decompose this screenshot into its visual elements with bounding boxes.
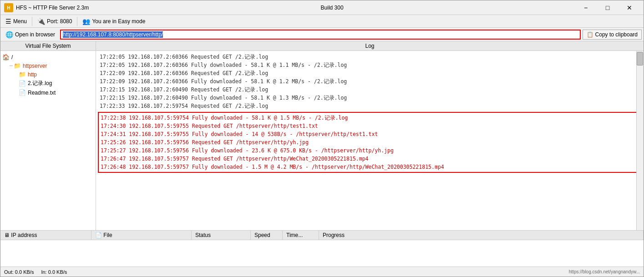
svg-text:H: H (7, 5, 10, 10)
connections-header: 🖥 IP address 📄 File Status Speed Time...… (0, 231, 644, 240)
tree-item-http[interactable]: 📁 http (0, 70, 96, 79)
file-icon-readme: 📄 (19, 89, 26, 96)
file-icon: 📄 (95, 232, 102, 238)
file-tree: 🏠 / ─ 📁 httpserver 📁 http 📄 2.记录.log (0, 51, 96, 230)
log-line: 17:22:05 192.168.107.2:60366 Requested G… (100, 53, 640, 61)
vfs-header: Virtual File System (0, 41, 96, 51)
col-ip-address: 🖥 IP address (0, 231, 91, 240)
port-icon: 🔌 (37, 18, 45, 25)
left-panel: Virtual File System 🏠 / ─ 📁 httpserver 📁… (0, 41, 96, 230)
tree-item-root[interactable]: 🏠 / (0, 53, 96, 61)
log-line-highlight: 17:24:30 192.168.107.5:59755 Requested G… (101, 122, 639, 130)
log-line-highlight: 17:26:47 192.168.107.5:59757 Requested G… (101, 155, 639, 163)
close-button[interactable]: ✕ (619, 2, 640, 13)
log-line: 17:22:15 192.168.107.2:60490 Fully downl… (100, 94, 640, 102)
log-area[interactable]: 17:22:05 192.168.107.2:60366 Requested G… (96, 51, 644, 230)
log-line: 17:22:05 192.168.107.2:60366 Fully downl… (100, 61, 640, 69)
users-icon: 👥 (82, 18, 90, 25)
clipboard-icon: 📋 (587, 31, 593, 38)
col-status: Status (192, 231, 251, 240)
log-scrollbar[interactable] (636, 51, 644, 230)
in-speed: In: 0.0 KB/s (41, 269, 67, 275)
log-line-highlight: 17:22:38 192.168.107.5:59754 Fully downl… (101, 114, 639, 122)
connections-panel: 🖥 IP address 📄 File Status Speed Time...… (0, 230, 644, 267)
url-bar: 🌐 Open in browser 📋 Copy to clipboard (0, 28, 644, 41)
log-highlighted-box: 17:22:38 192.168.107.5:59754 Fully downl… (98, 112, 642, 173)
col-time: Time... (283, 231, 319, 240)
status-left: Out: 0.0 KB/s In: 0.0 KB/s (4, 269, 67, 275)
connections-body (0, 240, 644, 267)
folder-icon-httpserver: 📁 (14, 62, 21, 69)
main-area: Virtual File System 🏠 / ─ 📁 httpserver 📁… (0, 41, 644, 230)
home-icon: 🏠 (2, 54, 10, 60)
tree-item-httpserver[interactable]: ─ 📁 httpserver (0, 61, 96, 70)
tree-item-readme[interactable]: 📄 Readme.txt (0, 88, 96, 97)
toolbar-separator-2 (77, 17, 77, 26)
log-header: Log (96, 41, 644, 51)
title-bar: H HFS ~ HTTP File Server 2.3m Build 300 … (0, 0, 644, 15)
scrollbar-thumb[interactable] (637, 52, 643, 65)
log-line-highlight: 17:26:48 192.168.107.5:59757 Fully downl… (101, 163, 639, 171)
col-file: 📄 File (91, 231, 192, 240)
port-button[interactable]: 🔌 Port: 8080 (34, 16, 75, 27)
app-title: HFS ~ HTTP File Server 2.3m (16, 5, 89, 11)
minimize-button[interactable]: − (575, 2, 596, 13)
right-panel: Log 17:22:05 192.168.107.2:60366 Request… (96, 41, 644, 230)
log-line: 17:22:33 192.168.107.2:59754 Requested G… (100, 102, 640, 110)
app-icon: H (4, 3, 13, 12)
copy-to-clipboard-button[interactable]: 📋 Copy to clipboard (583, 30, 642, 40)
menu-button[interactable]: ☰ Menu (2, 16, 30, 27)
toolbar-separator-1 (32, 17, 32, 26)
maximize-button[interactable]: □ (597, 2, 618, 13)
log-line-highlight: 17:25:27 192.168.107.5:59756 Fully downl… (101, 146, 639, 155)
log-line: 17:22:09 192.168.107.2:60366 Requested G… (100, 69, 640, 77)
mode-button[interactable]: 👥 You are in Easy mode (79, 16, 148, 27)
log-line: 17:22:09 192.168.107.2:60366 Fully downl… (100, 77, 640, 86)
log-line-highlight: 17:24:31 192.168.107.5:59755 Fully downl… (101, 130, 639, 138)
url-input[interactable] (60, 30, 581, 40)
out-speed: Out: 0.0 KB/s (4, 269, 34, 275)
build-info: Build 300 (321, 5, 344, 11)
open-browser-button[interactable]: 🌐 Open in browser (2, 30, 58, 40)
toolbar: ☰ Menu 🔌 Port: 8080 👥 You are in Easy mo… (0, 15, 644, 28)
ip-icon: 🖥 (4, 232, 10, 238)
menu-icon: ☰ (5, 18, 11, 25)
window-controls[interactable]: − □ ✕ (575, 2, 640, 13)
title-bar-left: H HFS ~ HTTP File Server 2.3m (4, 3, 89, 12)
status-watermark: https://blog.csdn.net/yangnandyw... (569, 269, 640, 274)
collapse-icon-httpserver: ─ (10, 63, 13, 68)
status-bar: Out: 0.0 KB/s In: 0.0 KB/s https://blog.… (0, 267, 644, 277)
log-normal-section: 17:22:05 192.168.107.2:60366 Requested G… (98, 52, 642, 111)
tree-item-log[interactable]: 📄 2.记录.log (0, 79, 96, 88)
log-line-highlight: 17:25:26 192.168.107.5:59756 Requested G… (101, 138, 639, 146)
col-speed: Speed (251, 231, 283, 240)
folder-icon-http: 📁 (19, 71, 26, 78)
file-icon-log: 📄 (19, 80, 26, 87)
browser-icon: 🌐 (5, 31, 13, 38)
log-line: 17:22:15 192.168.107.2:60490 Requested G… (100, 86, 640, 94)
col-progress: Progress (319, 231, 644, 240)
